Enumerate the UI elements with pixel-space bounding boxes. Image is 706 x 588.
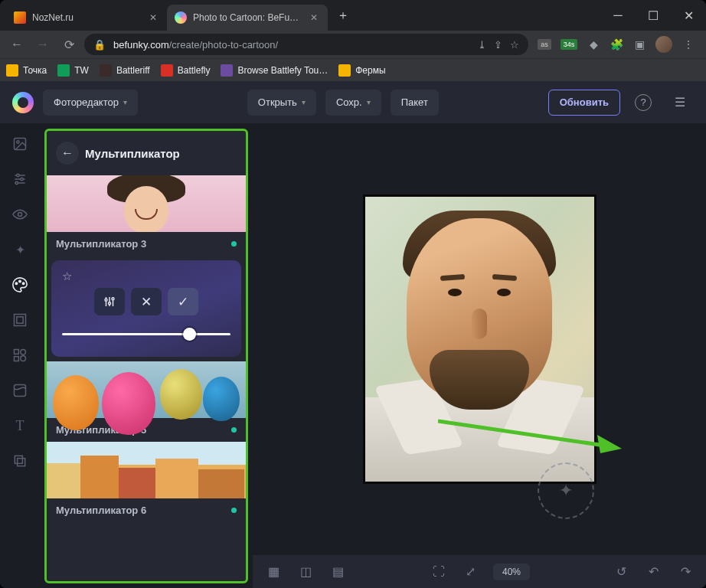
svg-rect-14 (15, 350, 19, 354)
save-dropdown[interactable]: Сохр.▾ (325, 90, 381, 116)
bookmark-icon (57, 64, 70, 77)
extension-badge[interactable]: 34s (561, 39, 577, 50)
canvas[interactable] (253, 124, 706, 554)
intensity-slider[interactable] (62, 326, 230, 341)
effects-panel-wrap: ← Мультипликатор Мультипликатор 3 ☆ ✕ (40, 124, 253, 588)
canvas-image[interactable] (363, 194, 597, 484)
effect-label-row: Мультипликатор 3 (47, 232, 246, 256)
image-tool-icon[interactable] (11, 135, 29, 153)
bookmarks-bar: Точка TW Battleriff Battlefly Browse Bat… (0, 58, 706, 81)
bookmark-item[interactable]: Фермы (338, 64, 385, 77)
close-icon[interactable]: ✕ (147, 11, 159, 24)
chrome-menu-icon[interactable]: ⋮ (681, 38, 695, 51)
eye-tool-icon[interactable] (11, 205, 29, 224)
maximize-button[interactable]: ☐ (636, 0, 671, 31)
undo-button[interactable]: ↶ (643, 562, 663, 582)
bookmark-item[interactable]: Точка (6, 64, 47, 77)
svg-point-26 (112, 298, 114, 300)
shapes-tool-icon[interactable] (11, 346, 29, 364)
help-icon: ? (635, 94, 652, 111)
fullscreen-icon[interactable]: ⤢ (461, 562, 481, 582)
new-tab-button[interactable]: ＋ (332, 5, 354, 26)
forward-button[interactable]: → (32, 34, 54, 55)
close-window-button[interactable]: ✕ (671, 0, 706, 31)
label: Обновить (560, 96, 609, 108)
favicon (175, 11, 187, 24)
svg-point-11 (22, 283, 24, 284)
open-dropdown[interactable]: Открыть▾ (247, 90, 316, 116)
lastfm-icon[interactable]: as (538, 39, 551, 50)
label: Открыть (258, 96, 297, 108)
slider-thumb[interactable] (183, 328, 196, 341)
share-icon[interactable]: ⇪ (494, 39, 502, 51)
cancel-button[interactable]: ✕ (131, 288, 162, 315)
texture-tool-icon[interactable] (11, 381, 29, 400)
close-icon[interactable]: ✕ (308, 11, 320, 24)
sliders-tool-icon[interactable] (11, 170, 29, 188)
svg-point-10 (19, 280, 21, 282)
frame-tool-icon[interactable] (11, 311, 29, 329)
compare-icon[interactable]: ◫ (296, 562, 315, 582)
upgrade-button[interactable]: Обновить (548, 90, 620, 116)
history-icon[interactable]: ↺ (611, 562, 631, 582)
lock-icon: 🔒 (93, 39, 106, 51)
apply-button[interactable]: ✓ (168, 288, 198, 315)
app-body: ✦ T ← Мультипликатор (0, 124, 706, 588)
bookmark-item[interactable]: Browse Battlefy Tou… (221, 64, 328, 77)
titlebar: NozNet.ru ✕ Photo to Cartoon: BeFunky - … (0, 0, 706, 31)
fit-icon[interactable]: ⛶ (429, 562, 449, 582)
extension-icon[interactable]: ◆ (587, 38, 600, 51)
bookmark-icon (100, 64, 112, 77)
settings-button[interactable] (94, 288, 125, 315)
tab-noznet[interactable]: NozNet.ru ✕ (6, 5, 167, 31)
bookmark-item[interactable]: Battlefly (161, 64, 211, 77)
befunky-logo[interactable] (12, 92, 34, 113)
layout-icon[interactable]: ▤ (328, 562, 348, 582)
url-field[interactable]: 🔒 befunky.com/create/photo-to-cartoon/ ⤓… (84, 34, 528, 55)
tool-rail: ✦ T (0, 124, 40, 588)
browser-window: NozNet.ru ✕ Photo to Cartoon: BeFunky - … (0, 0, 706, 588)
zoom-level[interactable]: 40% (493, 564, 530, 580)
effect-thumb[interactable] (47, 361, 246, 418)
bookmark-item[interactable]: Battleriff (100, 64, 150, 77)
window-controls: ─ ☐ ✕ (600, 0, 706, 31)
text-tool-icon[interactable]: T (11, 416, 29, 435)
bookmark-label: TW (74, 65, 89, 76)
redo-button[interactable]: ↷ (675, 562, 695, 582)
sparkle-tool-icon[interactable]: ✦ (11, 240, 29, 259)
menu-button[interactable]: ☰ (666, 89, 694, 116)
canvas-footer: ▦ ◫ ▤ ⛶ ⤢ 40% ↺ ↶ ↷ (253, 554, 706, 588)
grid-toggle-icon[interactable]: ▦ (263, 562, 283, 582)
artsy-tool-icon[interactable] (11, 276, 29, 294)
folder-icon (338, 64, 351, 77)
effect-thumb[interactable] (47, 442, 246, 498)
install-icon[interactable]: ⤓ (478, 39, 486, 51)
minimize-button[interactable]: ─ (600, 0, 636, 31)
bookmark-item[interactable]: TW (57, 64, 89, 77)
batch-button[interactable]: Пакет (391, 90, 439, 116)
watermark-badge (538, 462, 594, 519)
slider-track (62, 333, 230, 335)
back-button[interactable]: ← (6, 34, 28, 55)
favicon (14, 11, 26, 24)
layers-tool-icon[interactable] (11, 452, 29, 470)
panel-body: Мультипликатор 3 ☆ ✕ ✓ (47, 175, 246, 581)
profile-avatar[interactable] (655, 36, 672, 53)
favorite-button[interactable]: ☆ (62, 270, 230, 283)
svg-point-25 (109, 302, 111, 305)
reload-button[interactable]: ⟳ (58, 34, 80, 55)
editor-dropdown[interactable]: Фоторедактор▾ (43, 90, 138, 116)
panel-back-button[interactable]: ← (56, 142, 79, 165)
chevron-down-icon: ▾ (367, 98, 371, 106)
star-icon[interactable]: ☆ (510, 39, 519, 51)
help-button[interactable]: ? (629, 89, 657, 116)
svg-rect-13 (17, 317, 23, 323)
premium-dot-icon (231, 427, 237, 433)
extensions-menu-icon[interactable]: 🧩 (610, 38, 623, 51)
tab-befunky[interactable]: Photo to Cartoon: BeFunky - Car ✕ (167, 5, 328, 31)
bookmark-label: Battleriff (116, 65, 150, 76)
effect-thumb[interactable] (47, 175, 246, 232)
svg-point-9 (15, 283, 17, 284)
effect-label-row: Мультипликатор 6 (47, 498, 246, 522)
side-panel-icon[interactable]: ▣ (632, 38, 646, 51)
